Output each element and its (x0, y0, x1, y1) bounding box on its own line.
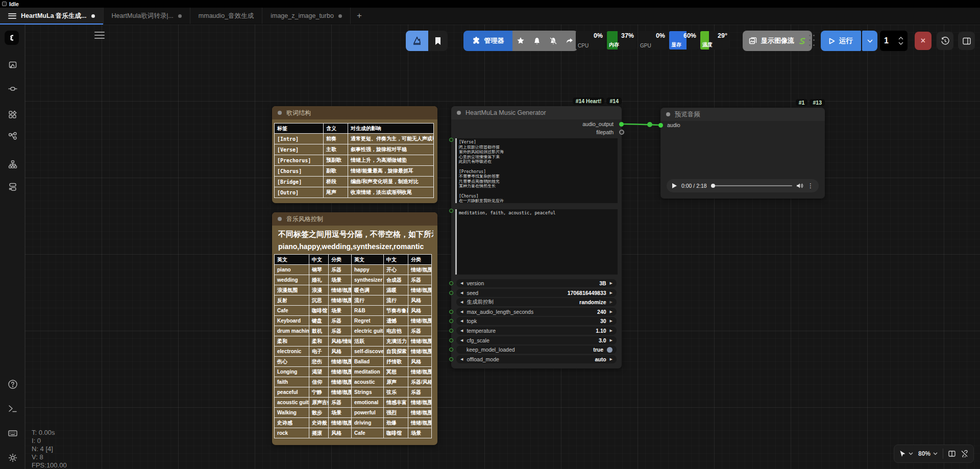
canvas-menu-icon[interactable] (94, 32, 105, 39)
increment-icon[interactable]: ▶ (610, 300, 612, 304)
tab-heartmula-music[interactable]: HeartMuLa 音乐生成... (0, 8, 104, 24)
node-style-control[interactable]: 音乐风格控制 不同标签之间用逗号分隔，不带空格，如下所示: piano,happ… (272, 212, 437, 445)
bookmark-button[interactable] (428, 31, 448, 51)
audio-player[interactable]: 0:00 / 2:18 ⋮ (667, 179, 819, 192)
sidebar-item-node-library[interactable] (6, 82, 19, 95)
history-button[interactable] (937, 32, 953, 50)
input-socket-lyrics[interactable] (449, 138, 453, 142)
run-options-button[interactable] (862, 31, 877, 51)
widget-seed[interactable]: ◀ seed 1706816449833 ▶ (456, 289, 617, 297)
input-socket-cfg-scale[interactable] (449, 338, 453, 342)
decrement-icon[interactable]: ◀ (460, 281, 463, 285)
decrement-icon[interactable]: ◀ (460, 310, 463, 314)
sidebar-item-node-map[interactable] (6, 158, 19, 171)
output-socket-filepath[interactable] (619, 130, 624, 135)
toolbar-drag-handle[interactable] (809, 34, 815, 47)
input-socket-max-audio-length[interactable] (449, 310, 453, 314)
star-button[interactable] (512, 31, 529, 51)
new-tab-button[interactable]: + (351, 8, 368, 24)
sidebar-item-settings[interactable] (6, 451, 19, 464)
node-title-bar[interactable]: 歌词结构 (272, 106, 437, 119)
tab-mmaudio[interactable]: mmaudio_音效生成 (190, 8, 262, 24)
decrement-icon[interactable]: ◀ (460, 329, 463, 333)
sidebar-item-help[interactable] (6, 378, 19, 391)
increment-icon[interactable]: ▶ (610, 357, 612, 361)
chevron-down-icon[interactable] (898, 42, 903, 45)
collapse-dot-icon[interactable] (278, 217, 282, 221)
tab-image-turbo[interactable]: image_z_image_turbo (262, 8, 351, 24)
widget-control-before-generate[interactable]: ◀ 生成前控制 randomize ▶ (456, 298, 617, 306)
widget-keep-model-loaded[interactable]: keep_model_loaded true (456, 345, 617, 354)
lyrics-textarea[interactable]: [Verse] 闭上双眼让喧嚣都停摆 窗外的风轻轻掠过那片海 心里的尘埃慢慢落下… (455, 138, 618, 203)
widget-offload-mode[interactable]: ◀ offload_mode auto ▶ (456, 355, 617, 363)
widget-topk[interactable]: ◀ topk 30 ▶ (456, 317, 617, 325)
increment-icon[interactable]: ▶ (610, 291, 612, 295)
volume-icon[interactable] (796, 183, 803, 189)
manager-button[interactable]: 管理器 (463, 31, 512, 51)
play-icon[interactable] (672, 183, 677, 189)
tab-menu-icon[interactable] (8, 13, 16, 19)
node-heartmula-generator[interactable]: #14 Heart! #14 HeartMuLa Music Generator… (451, 106, 622, 368)
audio-progress-slider[interactable] (711, 185, 792, 186)
templates-button[interactable] (406, 31, 428, 51)
show-image-stream-button[interactable]: 显示图像流 (743, 31, 812, 51)
node-lyrics-structure[interactable]: 歌词结构 标签 含义 对生成的影响 [Intro] 前奏 通常更短、伴奏为主，可… (272, 106, 437, 203)
sidebar-item-workflows[interactable] (6, 130, 19, 143)
sidebar-item-terminal[interactable] (6, 402, 19, 415)
decrement-icon[interactable]: ◀ (460, 291, 463, 295)
widget-cfg-scale[interactable]: ◀ cfg_scale 3.0 ▶ (456, 336, 617, 344)
input-socket-topk[interactable] (449, 319, 453, 323)
tab-heartmula-transcribe[interactable]: HeartMula歌词转录|... (104, 8, 190, 24)
decrement-icon[interactable]: ◀ (460, 338, 463, 342)
en-cell: wedding (275, 275, 309, 285)
graph-canvas[interactable]: 歌词结构 标签 含义 对生成的影响 [Intro] 前奏 通常更短、伴奏为主，可… (25, 24, 980, 469)
node-title-bar[interactable]: 预览音频 (660, 108, 825, 121)
kebab-menu-icon[interactable]: ⋮ (807, 182, 814, 189)
side-panel-toggle-button[interactable] (958, 32, 975, 50)
output-socket-audio[interactable] (619, 122, 624, 127)
widget-temperature[interactable]: ◀ temperature 1.10 ▶ (456, 327, 617, 335)
input-socket-tags[interactable] (449, 209, 453, 213)
widget-version[interactable]: ◀ version 3B ▶ (456, 279, 617, 287)
pointer-mode-button[interactable] (899, 450, 913, 457)
input-socket-temperature[interactable] (449, 329, 453, 333)
chevron-up-icon[interactable] (898, 37, 903, 40)
increment-icon[interactable]: ▶ (610, 281, 612, 285)
node-preview-audio[interactable]: #1 #13 预览音频 audio 0:00 / 2:18 ⋮ (660, 108, 825, 199)
sidebar-item-queue[interactable] (6, 58, 19, 71)
input-socket-offload-mode[interactable] (449, 357, 453, 361)
collapse-dot-icon[interactable] (278, 111, 282, 115)
increment-icon[interactable]: ▶ (610, 310, 612, 314)
slider-thumb[interactable] (711, 184, 715, 188)
cancel-run-button[interactable]: × (915, 32, 932, 50)
input-socket-audio[interactable] (658, 123, 663, 128)
tags-textarea[interactable]: meditation, faith, acoustic, peaceful (455, 209, 618, 275)
zoom-level-button[interactable]: 80% (918, 450, 938, 457)
node-title-bar[interactable]: 音乐风格控制 (272, 212, 437, 226)
split-view-button[interactable] (948, 450, 955, 457)
collapse-dot-icon[interactable] (457, 111, 461, 115)
link-visibility-button[interactable] (961, 450, 968, 457)
sidebar-item-shortcuts[interactable] (6, 427, 19, 440)
decrement-icon[interactable]: ◀ (460, 357, 463, 361)
increment-icon[interactable]: ▶ (610, 319, 612, 323)
collapse-dot-icon[interactable] (666, 112, 670, 116)
decrement-icon[interactable]: ◀ (460, 300, 463, 304)
widget-max-audio-length[interactable]: ◀ max_audio_length_seconds 240 ▶ (456, 308, 617, 316)
notification-off-button[interactable] (545, 31, 561, 51)
stat-iterations: I: 0 (32, 437, 67, 445)
run-button[interactable]: 运行 (821, 31, 861, 51)
sidebar-item-layout-panels[interactable] (6, 180, 19, 193)
input-socket-version[interactable] (449, 281, 453, 285)
en-cell: Walking (275, 408, 309, 418)
increment-icon[interactable]: ▶ (610, 329, 612, 333)
sidebar-item-model-library[interactable] (6, 108, 19, 121)
input-socket-keep-model-loaded[interactable] (449, 348, 453, 352)
input-socket-seed[interactable] (449, 291, 453, 295)
batch-count-stepper[interactable]: 1 (880, 31, 908, 51)
increment-icon[interactable]: ▶ (610, 338, 612, 342)
node-title-bar[interactable]: HeartMuLa Music Generator (451, 106, 622, 119)
decrement-icon[interactable]: ◀ (460, 319, 463, 323)
toggle-icon[interactable] (607, 347, 612, 353)
notification-button[interactable] (529, 31, 545, 51)
